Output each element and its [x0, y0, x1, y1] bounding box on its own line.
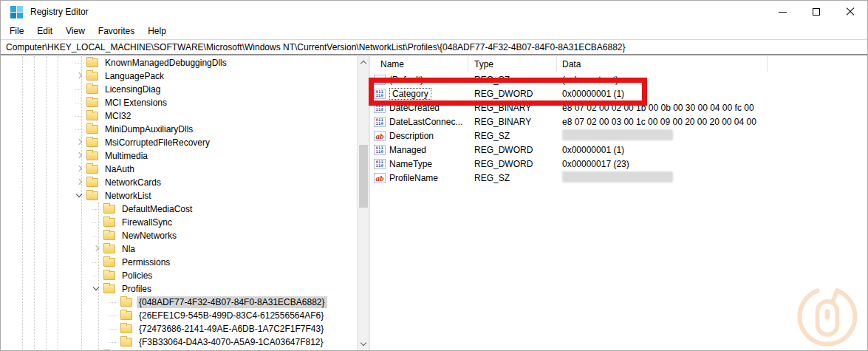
- tree-item-minidumpauxiliarydlls[interactable]: MiniDumpAuxiliaryDlls: [1, 123, 369, 136]
- expand-chevron-icon[interactable]: [74, 69, 86, 83]
- expand-chevron-icon[interactable]: [74, 136, 86, 149]
- tree-item-naauth[interactable]: NaAuth: [1, 163, 369, 176]
- window-controls: [765, 1, 867, 23]
- folder-icon: [86, 125, 98, 134]
- folder-icon: [86, 165, 98, 174]
- registry-tree-panel: KnownManagedDebuggingDlls LanguagePack L…: [1, 56, 369, 350]
- folder-icon: [86, 72, 98, 81]
- focused-value-name: Category: [389, 88, 431, 100]
- value-row-profilename[interactable]: ab ProfileName REG_SZ: [370, 171, 867, 185]
- tree-item-networkcards[interactable]: NetworkCards: [1, 176, 369, 189]
- tree-item-profile-guid-selected[interactable]: {048ADF77-4F32-4B07-84F0-8A31ECBA6882}: [1, 296, 369, 309]
- value-row-datecreated[interactable]: 011110 DateCreated REG_BINARY e8 07 02 0…: [370, 100, 867, 115]
- tree-item-profile-guid[interactable]: {26EFE1C9-545B-499D-83C4-612556564AF6}: [1, 309, 369, 322]
- tree-item-profile-guid[interactable]: {72473686-2141-49AE-A6DB-1A7C2F1F7F43}: [1, 322, 369, 335]
- scroll-up-icon[interactable]: [360, 61, 366, 67]
- tree-item-firewallsync[interactable]: FirewallSync: [1, 216, 369, 229]
- tree-connector: [91, 256, 103, 269]
- redacted-value: [562, 129, 673, 140]
- tree-connector: [91, 216, 103, 229]
- tree-item-defaultmediacost[interactable]: DefaultMediaCost: [1, 202, 369, 216]
- value-row-datelastconnected[interactable]: 011110 DateLastConnec... REG_BINARY e8 0…: [370, 115, 867, 129]
- tree-item-languagepack[interactable]: LanguagePack: [1, 69, 369, 83]
- tree-connector: [74, 56, 86, 69]
- collapse-chevron-icon[interactable]: [74, 189, 86, 202]
- column-header-data[interactable]: Data: [557, 56, 768, 72]
- reg-dword-icon: 011110: [374, 145, 386, 155]
- scrollbar-thumb[interactable]: [359, 145, 368, 208]
- folder-icon: [103, 231, 115, 240]
- tree-item-permissions[interactable]: Permissions: [1, 256, 369, 269]
- value-row-category[interactable]: 011110 Category REG_DWORD 0x00000001 (1): [370, 86, 867, 100]
- tree-item-mci-extensions[interactable]: MCI Extensions: [1, 96, 369, 109]
- column-header-name[interactable]: Name: [370, 56, 468, 72]
- minimize-button[interactable]: [765, 1, 799, 23]
- value-row-default[interactable]: ab (Default) REG_SZ (value not set): [370, 72, 867, 86]
- tree-item-nla[interactable]: Nla: [1, 242, 369, 256]
- column-header-type[interactable]: Type: [468, 56, 557, 72]
- close-button[interactable]: [833, 1, 867, 23]
- redacted-value: [562, 171, 673, 183]
- tree-connector: [74, 83, 86, 96]
- collapse-chevron-icon[interactable]: [91, 282, 103, 296]
- expand-chevron-icon[interactable]: [74, 176, 86, 189]
- menu-favorites[interactable]: Favorites: [92, 24, 141, 38]
- scroll-down-icon[interactable]: [360, 340, 366, 346]
- expand-chevron-icon[interactable]: [74, 149, 86, 163]
- tree-item-multimedia[interactable]: Multimedia: [1, 149, 369, 163]
- reg-sz-icon: ab: [374, 75, 386, 85]
- folder-icon: [103, 218, 115, 227]
- tree-item-msicorruptedfilerecovery[interactable]: MsiCorruptedFileRecovery: [1, 136, 369, 149]
- address-path: Computer\HKEY_LOCAL_MACHINE\SOFTWARE\Mic…: [6, 42, 626, 52]
- menu-help[interactable]: Help: [141, 24, 173, 38]
- main-area: KnownManagedDebuggingDlls LanguagePack L…: [1, 56, 867, 350]
- tree-item-policies[interactable]: Policies: [1, 269, 369, 282]
- folder-icon: [86, 58, 98, 67]
- reg-binary-icon: 011110: [374, 103, 386, 113]
- reg-sz-icon: ab: [374, 131, 386, 141]
- value-row-description[interactable]: ab Description REG_SZ: [370, 129, 867, 143]
- close-icon: [846, 7, 855, 16]
- tree-item-newnetworks[interactable]: NewNetworks: [1, 229, 369, 242]
- reg-dword-icon: 011110: [374, 89, 386, 99]
- address-bar[interactable]: Computer\HKEY_LOCAL_MACHINE\SOFTWARE\Mic…: [1, 39, 867, 55]
- list-header: Name Type Data: [370, 56, 867, 72]
- mouse-logo-watermark: [792, 279, 863, 350]
- tree-item-knownmanageddebuggingdlls[interactable]: KnownManagedDebuggingDlls: [1, 56, 369, 69]
- tree-connector: [108, 296, 120, 309]
- folder-icon: [120, 338, 132, 347]
- folder-icon: [86, 191, 98, 200]
- minimize-icon: [779, 12, 787, 13]
- tree-connector: [74, 96, 86, 109]
- folder-icon: [86, 98, 98, 107]
- menu-file[interactable]: File: [3, 24, 30, 38]
- folder-icon: [86, 151, 98, 160]
- tree-connector: [91, 229, 103, 242]
- menu-view[interactable]: View: [59, 24, 92, 38]
- window-title: Registry Editor: [30, 7, 89, 17]
- tree-scrollbar[interactable]: [357, 56, 369, 350]
- maximize-button[interactable]: [799, 1, 833, 23]
- tree-connector: [74, 109, 86, 123]
- tree-item-licensingdiag[interactable]: LicensingDiag: [1, 83, 369, 96]
- regedit-app-icon: [10, 6, 23, 18]
- folder-icon: [103, 258, 115, 267]
- tree-item-profiles[interactable]: Profiles: [1, 282, 369, 296]
- tree-connector: [108, 335, 120, 349]
- tree-item-partial[interactable]: [1, 349, 369, 350]
- folder-icon: [120, 298, 132, 307]
- reg-binary-icon: 011110: [374, 117, 386, 127]
- maximize-icon: [813, 8, 820, 16]
- tree-item-networklist[interactable]: NetworkList: [1, 189, 369, 202]
- folder-icon: [120, 311, 132, 320]
- menu-edit[interactable]: Edit: [30, 24, 59, 38]
- expand-chevron-icon[interactable]: [91, 242, 103, 256]
- tree-item-mci32[interactable]: MCI32: [1, 109, 369, 123]
- title-bar: Registry Editor: [1, 1, 867, 23]
- tree-connector: [108, 322, 120, 335]
- value-row-managed[interactable]: 011110 Managed REG_DWORD 0x00000001 (1): [370, 143, 867, 157]
- value-row-nametype[interactable]: 011110 NameType REG_DWORD 0x00000017 (23…: [370, 157, 867, 171]
- folder-icon: [86, 138, 98, 147]
- expand-chevron-icon[interactable]: [74, 163, 86, 176]
- tree-item-profile-guid[interactable]: {F3B33064-D4A3-4070-A5A9-1CA03647F812}: [1, 335, 369, 349]
